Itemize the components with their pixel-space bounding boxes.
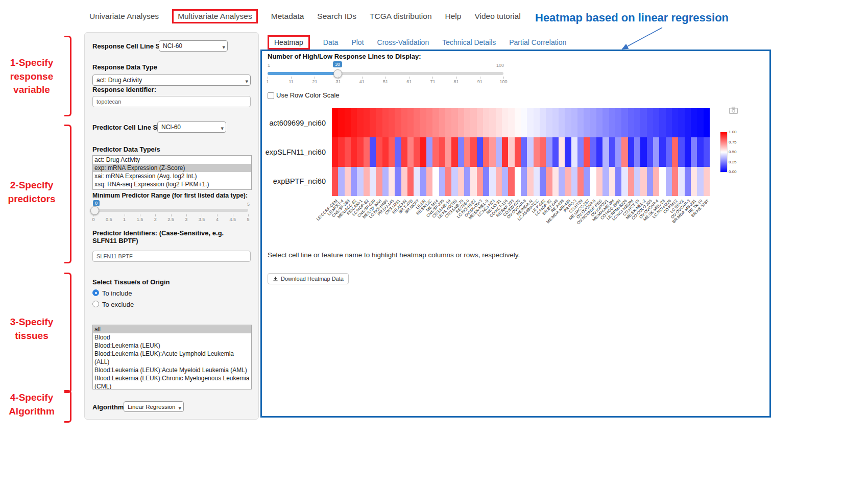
heatmap-cell[interactable]: [445, 137, 452, 167]
heatmap-cell[interactable]: [615, 108, 622, 138]
heatmap-cell[interactable]: [496, 137, 502, 167]
heatmap-cell[interactable]: [496, 108, 502, 138]
heatmap-cell[interactable]: [439, 167, 446, 197]
heatmap-cell[interactable]: [577, 137, 584, 167]
heatmap-cell[interactable]: [640, 108, 647, 138]
heatmap-cell[interactable]: [685, 108, 691, 138]
tissue-option[interactable]: Blood:Leukemia (LEUK):Chronic Myelogenou…: [93, 374, 251, 389]
heatmap-cell[interactable]: [351, 167, 357, 197]
heatmap-cell[interactable]: [704, 108, 710, 138]
heatmap-cell[interactable]: [666, 167, 672, 197]
heatmap-cell[interactable]: [407, 167, 414, 197]
heatmap-cell[interactable]: [590, 108, 597, 138]
tissue-option[interactable]: all: [93, 325, 251, 333]
tab-technical-details[interactable]: Technical Details: [442, 38, 496, 46]
heatmap-cell[interactable]: [647, 167, 654, 197]
heatmap-cell[interactable]: [477, 137, 484, 167]
heatmap-cell[interactable]: [401, 167, 408, 197]
camera-icon[interactable]: [729, 107, 738, 116]
heatmap-cell[interactable]: [470, 108, 477, 138]
heatmap-cell[interactable]: [647, 137, 654, 167]
heatmap-cell[interactable]: [609, 137, 616, 167]
heatmap-cell[interactable]: [602, 137, 609, 167]
heatmap-cell[interactable]: [407, 137, 414, 167]
heatmap-cell[interactable]: [502, 108, 509, 138]
heatmap-cell[interactable]: [552, 108, 559, 138]
heatmap-cell[interactable]: [691, 167, 697, 197]
heatmap-cell[interactable]: [602, 167, 609, 197]
nav-help[interactable]: Help: [445, 12, 462, 21]
heatmap-cell[interactable]: [653, 137, 660, 167]
heatmap-cell[interactable]: [432, 108, 439, 138]
heatmap-cell[interactable]: [370, 167, 376, 197]
heatmap-cell[interactable]: [477, 108, 484, 138]
heatmap-cell[interactable]: [521, 108, 527, 138]
heatmap-cell[interactable]: [357, 108, 364, 138]
heatmap-cell[interactable]: [351, 137, 357, 167]
heatmap-cell[interactable]: [483, 108, 490, 138]
heatmap-cell[interactable]: [420, 137, 427, 167]
heatmap-cell[interactable]: [552, 167, 559, 197]
heatmap-cell[interactable]: [483, 137, 490, 167]
heatmap-cell[interactable]: [439, 137, 446, 167]
heatmap-cell[interactable]: [389, 108, 395, 138]
heatmap-cell[interactable]: [458, 108, 465, 138]
heatmap-cell[interactable]: [426, 137, 433, 167]
heatmap-cell[interactable]: [370, 108, 376, 138]
heatmap-cell[interactable]: [552, 137, 559, 167]
heatmap-cell[interactable]: [628, 108, 635, 138]
tab-partial-correlation[interactable]: Partial Correlation: [509, 38, 566, 46]
heatmap-cell[interactable]: [685, 167, 691, 197]
heatmap-cell[interactable]: [527, 108, 534, 138]
heatmap-cell[interactable]: [697, 167, 704, 197]
heatmap-cell[interactable]: [609, 108, 616, 138]
heatmap-cell[interactable]: [672, 167, 679, 197]
heatmap-cell[interactable]: [634, 137, 641, 167]
heatmap-cell[interactable]: [621, 108, 628, 138]
heatmap-cell[interactable]: [477, 167, 484, 197]
heatmap-cell[interactable]: [502, 167, 509, 197]
tissue-listbox[interactable]: allBloodBlood:Leukemia (LEUK)Blood:Leuke…: [92, 325, 252, 389]
heatmap-cell[interactable]: [534, 108, 540, 138]
heatmap-cell[interactable]: [546, 137, 552, 167]
heatmap-cell[interactable]: [584, 108, 590, 138]
heatmap-cell[interactable]: [338, 108, 345, 138]
heatmap-cell[interactable]: [382, 137, 389, 167]
heatmap-cell[interactable]: [546, 167, 552, 197]
heatmap-cell[interactable]: [577, 108, 584, 138]
predictor-data-type-option[interactable]: exp: mRNA Expression (Z-Score): [93, 164, 251, 172]
heatmap-cell[interactable]: [432, 167, 439, 197]
tissue-exclude-label[interactable]: To exclude: [102, 301, 134, 308]
heatmap-cell[interactable]: [464, 137, 471, 167]
tissue-include-label[interactable]: To include: [102, 289, 132, 297]
heatmap-cell[interactable]: [571, 137, 578, 167]
heatmap-row-label[interactable]: expBPTF_nci60: [252, 177, 326, 185]
heatmap-cell[interactable]: [357, 137, 364, 167]
heatmap-cell[interactable]: [414, 137, 420, 167]
response-identifier-input[interactable]: [92, 96, 251, 107]
heatmap-cell[interactable]: [691, 137, 697, 167]
tab-heatmap[interactable]: Heatmap: [268, 35, 310, 50]
predictor-cell-line-set-select[interactable]: NCI-60 ▾: [157, 121, 226, 133]
tissue-option[interactable]: Blood:Leukemia (LEUK): [93, 341, 251, 350]
heatmap-cell[interactable]: [489, 108, 496, 138]
predictor-data-type-option[interactable]: act: Drug Activity: [93, 156, 251, 164]
heatmap-cell[interactable]: [565, 167, 571, 197]
heatmap-cell[interactable]: [584, 167, 590, 197]
range-slider-track[interactable]: [93, 209, 248, 212]
heatmap-cell[interactable]: [596, 137, 603, 167]
tissue-option[interactable]: Blood:Leukemia (LEUK):Acute Lymphoid Leu…: [93, 350, 251, 366]
tab-plot[interactable]: Plot: [351, 38, 364, 46]
heatmap-cell[interactable]: [445, 167, 452, 197]
heatmap-cell[interactable]: [489, 137, 496, 167]
heatmap-cell[interactable]: [338, 137, 345, 167]
heatmap-cell[interactable]: [414, 108, 420, 138]
tissue-option[interactable]: Blood: [93, 333, 251, 341]
heatmap-cell[interactable]: [515, 108, 521, 138]
heatmap-cell[interactable]: [659, 167, 666, 197]
heatmap-cell[interactable]: [345, 167, 351, 197]
heatmap-cell[interactable]: [338, 167, 345, 197]
heatmap-cell[interactable]: [678, 167, 685, 197]
heatmap-cell[interactable]: [621, 137, 628, 167]
nav-search-ids[interactable]: Search IDs: [317, 12, 356, 21]
